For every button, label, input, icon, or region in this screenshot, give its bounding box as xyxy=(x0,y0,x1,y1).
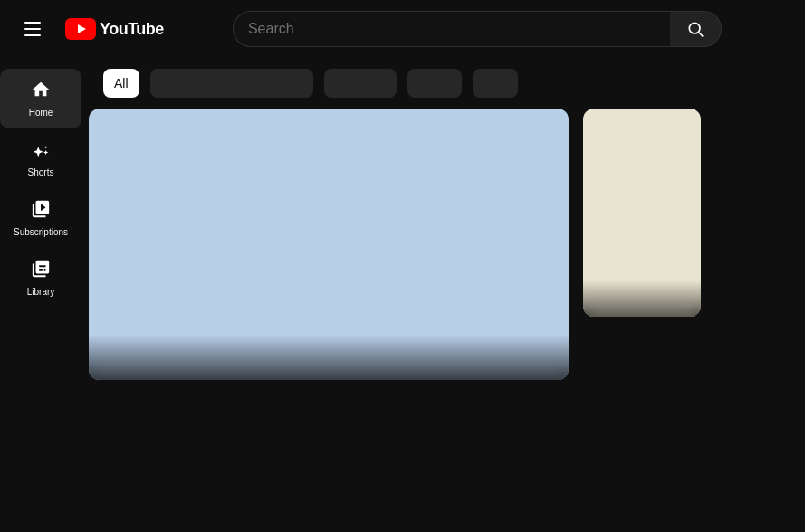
library-icon xyxy=(31,259,51,281)
youtube-logo[interactable]: YouTube xyxy=(65,18,164,40)
chip-gaming[interactable] xyxy=(324,69,397,98)
search-button[interactable] xyxy=(670,11,722,47)
svg-line-3 xyxy=(699,33,704,37)
sidebar-item-shorts[interactable]: Shorts xyxy=(0,128,81,188)
header-center xyxy=(164,11,791,47)
menu-icon-line3 xyxy=(24,34,41,36)
search-container xyxy=(233,11,722,47)
youtube-wordmark: YouTube xyxy=(100,20,164,39)
thumbnail-small xyxy=(583,109,701,317)
svg-point-2 xyxy=(689,23,700,33)
chip-news[interactable] xyxy=(473,69,518,98)
chip-live[interactable] xyxy=(407,69,462,98)
menu-icon-line1 xyxy=(24,22,41,24)
search-icon xyxy=(686,20,704,38)
header: YouTube xyxy=(0,0,805,58)
video-card-small[interactable] xyxy=(583,109,701,380)
header-left: YouTube xyxy=(14,11,164,47)
home-icon xyxy=(31,80,51,102)
sidebar-item-home[interactable]: Home xyxy=(0,69,81,128)
thumbnail-large xyxy=(89,109,569,380)
video-grid xyxy=(81,109,805,380)
chip-all[interactable]: All xyxy=(103,69,139,98)
chip-music[interactable] xyxy=(150,69,313,98)
youtube-icon xyxy=(65,18,96,40)
sidebar-item-library[interactable]: Library xyxy=(0,248,81,308)
shorts-icon xyxy=(31,139,51,162)
search-input[interactable] xyxy=(233,11,670,47)
filter-chips-row: All xyxy=(81,69,805,109)
video-card-large[interactable] xyxy=(89,109,569,380)
sidebar: Home Shorts Subscriptions Library xyxy=(0,58,81,532)
menu-button[interactable] xyxy=(14,11,51,47)
menu-icon-line2 xyxy=(24,28,41,30)
sidebar-label-shorts: Shorts xyxy=(28,167,54,177)
sidebar-label-home: Home xyxy=(29,108,53,118)
thumbnail-bottom-bar-large xyxy=(89,335,569,380)
sidebar-item-subscriptions[interactable]: Subscriptions xyxy=(0,188,81,248)
sidebar-label-library: Library xyxy=(27,287,55,297)
subscriptions-icon xyxy=(31,199,51,222)
thumbnail-bottom-bar-small xyxy=(583,280,701,317)
video-grid-container xyxy=(81,109,805,380)
main-content: All xyxy=(81,58,805,532)
sidebar-label-subscriptions: Subscriptions xyxy=(14,227,68,237)
